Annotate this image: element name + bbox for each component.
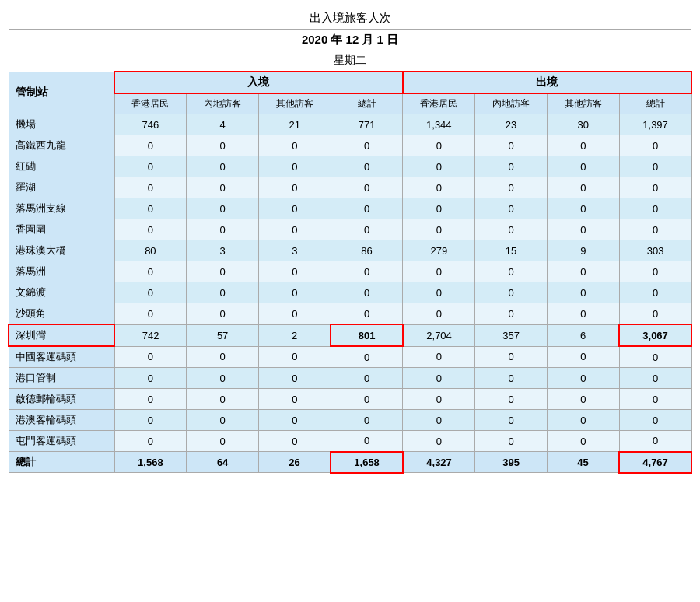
out-tot-cell: 0: [619, 303, 691, 325]
in-tot-cell: 0: [331, 346, 403, 368]
out-ml-cell: 0: [475, 219, 548, 240]
out-ml-cell: 0: [475, 261, 548, 282]
in-tot-cell: 0: [331, 303, 403, 325]
station-cell: 深圳灣: [9, 324, 114, 346]
in-ml-cell: 0: [187, 303, 259, 325]
out-tot-cell: 0: [619, 410, 691, 431]
out-ot-cell: 0: [547, 219, 619, 240]
out-hk-header: 香港居民: [403, 93, 475, 114]
in-ml-cell: 0: [187, 219, 259, 240]
outbound-header: 出境: [403, 72, 691, 93]
out-tot-header: 總計: [619, 93, 691, 114]
in-ml-cell: 0: [187, 410, 259, 431]
in-tot-cell: 0: [331, 135, 403, 156]
main-title: 出入境旅客人次: [9, 8, 691, 30]
out-hk-cell: 0: [403, 261, 475, 282]
table-row: 羅湖 0 0 0 0 0 0 0 0: [9, 177, 691, 198]
out-tot-cell: 0: [619, 389, 691, 410]
in-ml-cell: 57: [187, 324, 259, 346]
out-ot-cell: 0: [547, 368, 619, 389]
out-ml-cell: 0: [475, 346, 548, 368]
out-hk-cell: 0: [403, 135, 475, 156]
out-ml-cell: 0: [475, 156, 548, 177]
in-tot-cell: 0: [331, 368, 403, 389]
in-hk-cell: 0: [114, 346, 187, 368]
in-hk-cell: 0: [114, 261, 187, 282]
out-ot-cell: 0: [547, 389, 619, 410]
main-container: 出入境旅客人次 2020 年 12 月 1 日 星期二 管制站 入境 出境 香港…: [8, 8, 692, 474]
inbound-header: 入境: [114, 72, 403, 93]
table-row: 紅磡 0 0 0 0 0 0 0 0: [9, 156, 691, 177]
in-tot-cell: 0: [331, 156, 403, 177]
total-out-ot: 45: [547, 452, 619, 473]
total-out-tot: 4,767: [619, 452, 691, 473]
table-row: 香園圍 0 0 0 0 0 0 0 0: [9, 219, 691, 240]
station-cell: 屯門客運碼頭: [9, 431, 114, 452]
in-tot-cell: 0: [331, 410, 403, 431]
out-tot-cell: 0: [619, 135, 691, 156]
in-tot-cell: 0: [331, 389, 403, 410]
out-ot-header: 其他訪客: [547, 93, 619, 114]
in-hk-cell: 0: [114, 368, 187, 389]
in-tot-cell: 0: [331, 261, 403, 282]
out-tot-cell: 0: [619, 346, 691, 368]
title-row: 出入境旅客人次: [9, 8, 691, 30]
table-row: 港口管制 0 0 0 0 0 0 0 0: [9, 368, 691, 389]
date-row: 2020 年 12 月 1 日: [9, 30, 691, 51]
header-group-row: 管制站 入境 出境: [9, 72, 691, 93]
out-hk-cell: 0: [403, 282, 475, 303]
out-tot-cell: 0: [619, 156, 691, 177]
in-hk-cell: 0: [114, 219, 187, 240]
total-out-hk: 4,327: [403, 452, 475, 473]
in-tot-cell: 801: [331, 324, 403, 346]
in-ml-cell: 0: [187, 135, 259, 156]
total-in-tot: 1,658: [331, 452, 403, 473]
in-hk-cell: 0: [114, 410, 187, 431]
in-ot-cell: 0: [258, 431, 331, 452]
in-tot-cell: 0: [331, 198, 403, 219]
in-ot-cell: 0: [258, 346, 331, 368]
out-ml-cell: 0: [475, 431, 548, 452]
in-hk-cell: 0: [114, 303, 187, 325]
out-hk-cell: 1,344: [403, 114, 475, 135]
out-tot-cell: 303: [619, 240, 691, 261]
out-ot-cell: 9: [547, 240, 619, 261]
station-cell: 落馬洲: [9, 261, 114, 282]
in-tot-cell: 0: [331, 282, 403, 303]
out-ml-cell: 0: [475, 368, 548, 389]
in-ot-cell: 0: [258, 389, 331, 410]
out-tot-cell: 3,067: [619, 324, 691, 346]
out-hk-cell: 279: [403, 240, 475, 261]
station-cell: 港珠澳大橋: [9, 240, 114, 261]
station-cell: 羅湖: [9, 177, 114, 198]
in-ot-cell: 0: [258, 135, 331, 156]
date-cell: 2020 年 12 月 1 日: [9, 30, 691, 51]
table-row: 港澳客輪碼頭 0 0 0 0 0 0 0 0: [9, 410, 691, 431]
in-tot-cell: 86: [331, 240, 403, 261]
out-hk-cell: 0: [403, 389, 475, 410]
out-tot-cell: 0: [619, 198, 691, 219]
out-ot-cell: 0: [547, 135, 619, 156]
out-ot-cell: 6: [547, 324, 619, 346]
in-ot-header: 其他訪客: [258, 93, 331, 114]
table-row: 屯門客運碼頭 0 0 0 0 0 0 0 0: [9, 431, 691, 452]
station-cell: 高鐵西九龍: [9, 135, 114, 156]
table-row: 落馬洲支線 0 0 0 0 0 0 0 0: [9, 198, 691, 219]
in-ml-header: 內地訪客: [187, 93, 259, 114]
out-hk-cell: 0: [403, 198, 475, 219]
in-ml-cell: 3: [187, 240, 259, 261]
out-ot-cell: 0: [547, 156, 619, 177]
in-hk-cell: 0: [114, 177, 187, 198]
in-ot-cell: 21: [258, 114, 331, 135]
table-row: 中國客運碼頭 0 0 0 0 0 0 0 0: [9, 346, 691, 368]
in-ot-cell: 0: [258, 368, 331, 389]
out-hk-cell: 0: [403, 177, 475, 198]
out-ml-cell: 0: [475, 135, 548, 156]
out-hk-cell: 0: [403, 368, 475, 389]
out-ml-header: 內地訪客: [475, 93, 548, 114]
total-in-hk: 1,568: [114, 452, 187, 473]
in-ot-cell: 0: [258, 410, 331, 431]
out-ml-cell: 23: [475, 114, 548, 135]
station-cell: 啟德郵輪碼頭: [9, 389, 114, 410]
in-hk-header: 香港居民: [114, 93, 187, 114]
